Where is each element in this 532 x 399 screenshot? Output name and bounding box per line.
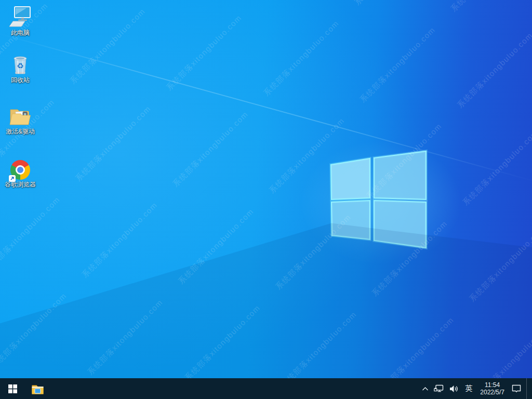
file-explorer-button[interactable] <box>25 378 50 399</box>
recycle-bin-icon: ♻ <box>8 52 33 76</box>
windows-start-icon <box>8 384 17 393</box>
open-folder-icon <box>8 104 33 128</box>
show-desktop-button[interactable] <box>527 378 532 399</box>
desktop-area: 系统部落xitongbuluo.com 系统部落xitongbuluo.com … <box>0 0 532 378</box>
svg-text:♻: ♻ <box>17 61 23 70</box>
clock-date: 2022/5/7 <box>480 389 504 396</box>
volume-tray-button[interactable] <box>447 378 461 399</box>
desktop-icon-label: 谷歌浏览器 <box>5 181 36 188</box>
tray-hidden-icons-button[interactable] <box>419 378 431 399</box>
shortcut-arrow-badge <box>9 175 16 182</box>
chevron-up-icon <box>422 387 429 391</box>
system-tray: 英 11:54 2022/5/7 <box>419 378 532 399</box>
desktop-icon-recycle-bin[interactable]: ♻ 回收站 <box>2 52 39 84</box>
desktop-icon-label: 此电脑 <box>11 30 30 36</box>
speaker-icon <box>449 385 459 393</box>
start-button[interactable] <box>0 378 25 399</box>
action-center-icon <box>511 384 522 393</box>
chrome-icon <box>8 157 33 181</box>
desktop-icon-label: 激活&驱动 <box>6 128 35 135</box>
wallpaper: 系统部落xitongbuluo.com 系统部落xitongbuluo.com … <box>0 0 532 378</box>
file-explorer-icon <box>31 383 44 394</box>
clock-time: 11:54 <box>485 381 500 389</box>
ime-language-indicator[interactable]: 英 <box>461 378 476 399</box>
desktop-icon-this-pc[interactable]: 此电脑 <box>2 5 39 36</box>
desktop-icon-chrome[interactable]: 谷歌浏览器 <box>2 157 39 188</box>
action-center-button[interactable] <box>509 378 524 399</box>
taskbar-clock[interactable]: 11:54 2022/5/7 <box>476 378 509 399</box>
desktop-icon-activation-drivers[interactable]: 激活&驱动 <box>2 104 39 135</box>
network-icon <box>434 384 444 393</box>
desktop-icon-label: 回收站 <box>11 77 30 84</box>
network-tray-button[interactable] <box>431 378 447 399</box>
this-pc-icon <box>8 5 33 29</box>
taskbar: 英 11:54 2022/5/7 <box>0 378 532 399</box>
windows-desktop-screen: 系统部落xitongbuluo.com 系统部落xitongbuluo.com … <box>0 0 532 399</box>
